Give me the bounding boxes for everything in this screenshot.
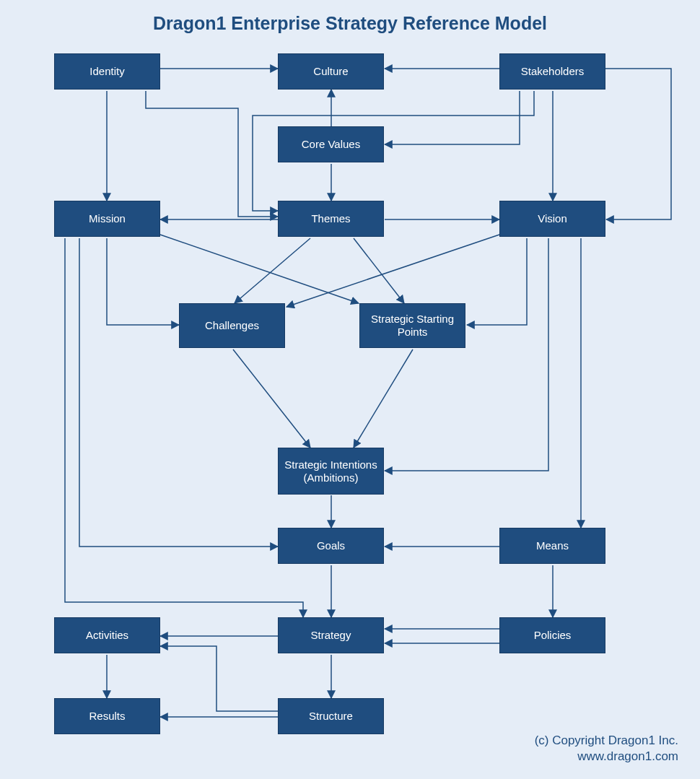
- node-strategic-intentions: Strategic Intentions (Ambitions): [278, 448, 384, 495]
- diagram-edges: [0, 0, 700, 779]
- diagram-title: Dragon1 Enterprise Strategy Reference Mo…: [0, 13, 700, 34]
- node-core-values: Core Values: [278, 126, 384, 162]
- svg-line-8: [160, 235, 359, 303]
- node-themes: Themes: [278, 201, 384, 237]
- node-policies: Policies: [499, 617, 605, 653]
- node-strategic-starting-points: Strategic Starting Points: [359, 303, 465, 348]
- node-strategy: Strategy: [278, 617, 384, 653]
- node-stakeholders: Stakeholders: [499, 53, 605, 90]
- node-culture: Culture: [278, 53, 384, 90]
- svg-line-9: [235, 238, 310, 303]
- node-challenges: Challenges: [179, 303, 285, 348]
- node-identity: Identity: [54, 53, 160, 90]
- node-mission: Mission: [54, 201, 160, 237]
- svg-line-10: [354, 238, 404, 303]
- node-results: Results: [54, 698, 160, 734]
- copyright-line1: (c) Copyright Dragon1 Inc.: [535, 733, 678, 749]
- node-activities: Activities: [54, 617, 160, 653]
- node-structure: Structure: [278, 698, 384, 734]
- node-vision: Vision: [499, 201, 605, 237]
- svg-line-11: [286, 235, 499, 307]
- copyright-url: www.dragon1.com: [535, 749, 678, 765]
- node-goals: Goals: [278, 528, 384, 564]
- svg-line-12: [233, 349, 310, 448]
- node-means: Means: [499, 528, 605, 564]
- diagram-stage: Dragon1 Enterprise Strategy Reference Mo…: [0, 0, 700, 779]
- copyright-notice: (c) Copyright Dragon1 Inc. www.dragon1.c…: [535, 733, 678, 765]
- svg-line-13: [354, 349, 413, 448]
